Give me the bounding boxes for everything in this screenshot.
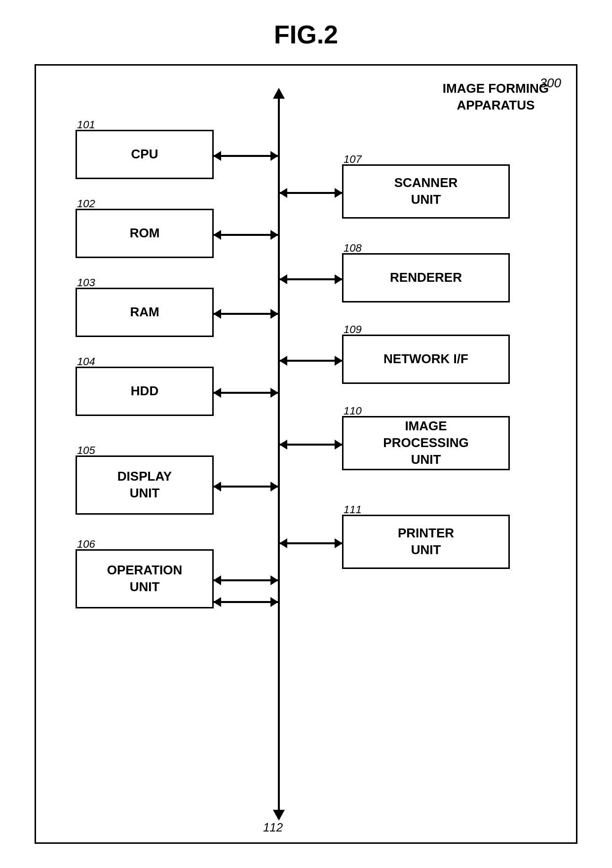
label-rom: ROM — [130, 225, 160, 242]
component-box-rom: 102 ROM — [76, 209, 214, 258]
label-printer: PRINTERUNIT — [398, 525, 454, 559]
component-box-image-processing: 110 IMAGEPROCESSINGUNIT — [342, 416, 510, 470]
ref-printer: 111 — [344, 503, 362, 516]
component-box-ram: 103 RAM — [76, 288, 214, 337]
diagram-container: 300 IMAGE FORMINGAPPARATUS 112 101 CPU 1… — [35, 64, 577, 844]
label-scanner: SCANNERUNIT — [394, 175, 458, 208]
arrow-operation — [214, 579, 278, 581]
bus-line — [278, 95, 280, 811]
component-box-network: 109 NETWORK I/F — [342, 335, 510, 384]
component-box-cpu: 101 CPU — [76, 130, 214, 179]
ref-hdd: 104 — [77, 355, 95, 368]
arrow-renderer — [280, 278, 342, 280]
apparatus-title: IMAGE FORMINGAPPARATUS — [443, 80, 549, 114]
ref-display: 105 — [77, 444, 95, 457]
label-display: DISPLAYUNIT — [117, 468, 172, 502]
ref-scanner: 107 — [344, 153, 362, 166]
arrow-printer — [280, 542, 342, 544]
ref-renderer: 108 — [344, 242, 362, 255]
bus-ref-label: 112 — [263, 821, 283, 834]
label-ram: RAM — [130, 304, 159, 321]
component-box-hdd: 104 HDD — [76, 367, 214, 416]
arrow-rom — [214, 234, 278, 236]
label-renderer: RENDERER — [390, 269, 462, 286]
arrow-image-processing — [280, 444, 342, 446]
arrow-scanner — [280, 192, 342, 194]
component-box-printer: 111 PRINTERUNIT — [342, 515, 510, 569]
page-title: FIG.2 — [274, 20, 338, 49]
ref-image-processing: 110 — [344, 405, 362, 417]
arrow-network — [280, 360, 342, 362]
label-network: NETWORK I/F — [383, 351, 468, 368]
ref-cpu: 101 — [77, 118, 95, 131]
arrow-operation-2 — [214, 601, 278, 603]
label-cpu: CPU — [131, 146, 158, 163]
arrow-hdd — [214, 392, 278, 394]
component-box-operation: 106 OPERATIONUNIT — [76, 549, 214, 608]
label-hdd: HDD — [131, 383, 158, 400]
label-image-processing: IMAGEPROCESSINGUNIT — [383, 418, 468, 468]
ref-operation: 106 — [77, 538, 95, 551]
ref-rom: 102 — [77, 197, 95, 210]
label-operation: OPERATIONUNIT — [107, 562, 183, 596]
ref-network: 109 — [344, 323, 362, 336]
ref-ram: 103 — [77, 276, 95, 289]
arrow-display — [214, 486, 278, 488]
component-box-scanner: 107 SCANNERUNIT — [342, 164, 510, 219]
component-box-renderer: 108 RENDERER — [342, 253, 510, 302]
bus-arrow-bottom — [273, 810, 285, 821]
arrow-cpu — [214, 155, 278, 157]
component-box-display: 105 DISPLAYUNIT — [76, 455, 214, 515]
bus-arrow-top — [273, 88, 285, 99]
arrow-ram — [214, 313, 278, 315]
